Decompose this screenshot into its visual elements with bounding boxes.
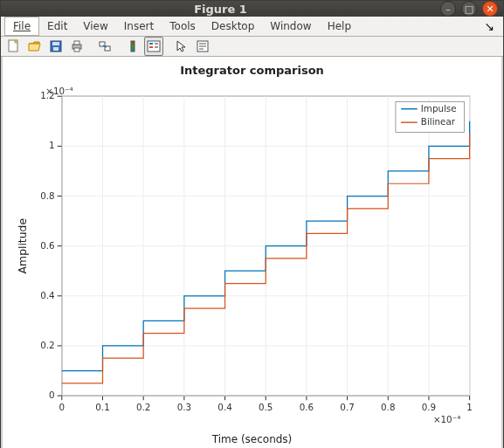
svg-rect-16	[155, 46, 158, 48]
figure-window: Figure 1 – □ ✕ File Edit View Insert Too…	[0, 0, 504, 448]
svg-text:0.5: 0.5	[259, 402, 273, 412]
pointer-icon[interactable]	[172, 37, 191, 56]
menu-view[interactable]: View	[75, 17, 115, 35]
svg-text:0: 0	[59, 402, 66, 412]
svg-text:1: 1	[49, 140, 55, 150]
svg-text:0.1: 0.1	[95, 402, 109, 412]
minimize-button[interactable]: –	[440, 1, 456, 17]
link-axes-icon[interactable]	[95, 37, 114, 56]
open-icon[interactable]	[25, 37, 45, 56]
plot-container: Integrator comparison 00.10.20.30.40.50.…	[1, 57, 503, 448]
menu-edit[interactable]: Edit	[39, 17, 75, 35]
menu-help[interactable]: Help	[320, 17, 359, 35]
svg-text:1: 1	[466, 402, 473, 412]
menu-insert[interactable]: Insert	[116, 17, 162, 35]
svg-text:Bilinear: Bilinear	[421, 116, 456, 127]
svg-text:Amplitude: Amplitude	[16, 218, 29, 273]
svg-text:×10⁻⁴: ×10⁻⁴	[433, 414, 460, 424]
svg-text:0.6: 0.6	[40, 240, 54, 251]
svg-text:0.9: 0.9	[422, 402, 436, 412]
menu-tools[interactable]: Tools	[162, 17, 204, 35]
window-title: Figure 1	[6, 3, 435, 16]
plot-svg[interactable]: 00.10.20.30.40.50.60.70.80.9100.20.40.60…	[11, 80, 480, 430]
svg-text:Impulse: Impulse	[421, 103, 457, 114]
menu-overflow-icon[interactable]: ↘	[479, 19, 500, 33]
colorbar-icon[interactable]	[123, 37, 142, 56]
svg-text:×10⁻⁴: ×10⁻⁴	[45, 86, 72, 96]
svg-text:0.8: 0.8	[40, 190, 54, 201]
print-icon[interactable]	[67, 37, 86, 56]
titlebar[interactable]: Figure 1 – □ ✕	[1, 1, 503, 17]
svg-rect-4	[53, 47, 59, 51]
toolbar	[1, 37, 503, 57]
x-axis-label: Time (seconds)	[8, 433, 496, 445]
svg-text:0.8: 0.8	[381, 402, 395, 412]
menu-window[interactable]: Window	[262, 17, 319, 35]
svg-text:0.4: 0.4	[217, 402, 231, 412]
svg-text:0.4: 0.4	[40, 290, 54, 300]
svg-text:0.7: 0.7	[340, 402, 354, 412]
svg-text:0: 0	[49, 389, 55, 400]
svg-line-10	[103, 45, 107, 47]
new-file-icon[interactable]	[4, 37, 24, 56]
maximize-button[interactable]: □	[461, 1, 477, 17]
svg-rect-6	[74, 41, 79, 45]
svg-rect-7	[74, 48, 79, 52]
close-button[interactable]: ✕	[482, 1, 498, 17]
svg-text:0.6: 0.6	[300, 402, 314, 412]
svg-rect-3	[52, 42, 59, 45]
plot-area[interactable]: 00.10.20.30.40.50.60.70.80.9100.20.40.60…	[11, 80, 480, 430]
svg-text:0.2: 0.2	[136, 402, 150, 412]
svg-text:0.2: 0.2	[40, 340, 54, 350]
svg-text:0.3: 0.3	[177, 402, 191, 412]
svg-rect-15	[155, 43, 158, 45]
plot-title: Integrator comparison	[8, 64, 496, 77]
insert-text-icon[interactable]	[193, 37, 212, 56]
menubar: File Edit View Insert Tools Desktop Wind…	[1, 17, 503, 37]
svg-rect-11	[131, 41, 135, 52]
menu-desktop[interactable]: Desktop	[204, 17, 263, 35]
legend-icon[interactable]	[144, 37, 163, 56]
save-icon[interactable]	[46, 37, 66, 56]
menu-file[interactable]: File	[4, 17, 39, 36]
